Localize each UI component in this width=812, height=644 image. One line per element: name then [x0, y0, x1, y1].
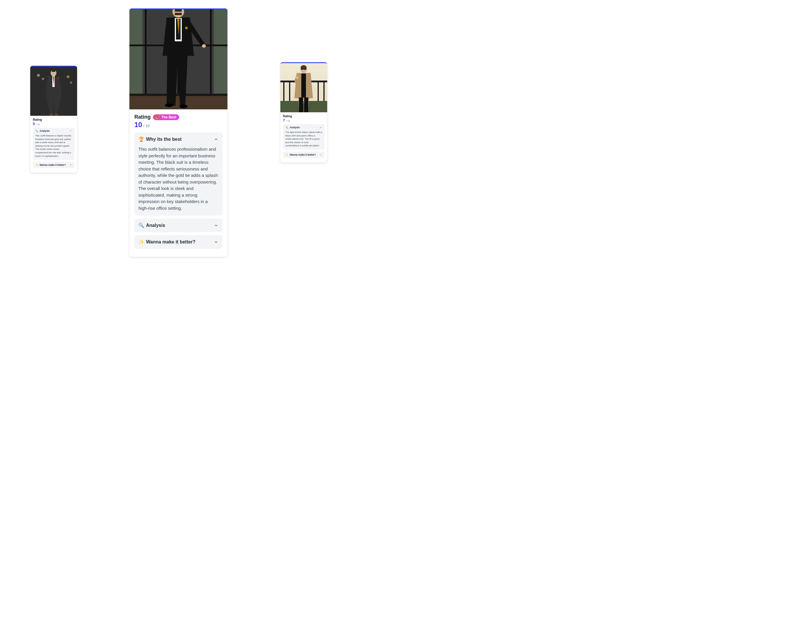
svg-rect-7	[52, 70, 55, 72]
analysis-title-text: Analysis	[40, 130, 50, 132]
svg-rect-29	[317, 82, 319, 103]
svg-point-5	[70, 81, 72, 84]
rating-row: Rating	[283, 114, 325, 118]
svg-point-3	[42, 78, 44, 80]
rating-label: Rating	[33, 118, 42, 121]
improve-panel: ✨ Wanna make it better?	[134, 235, 223, 249]
svg-point-22	[202, 44, 206, 48]
outfit-card: Rating 7 / 10 🔍 Analysis The light brown…	[280, 62, 327, 163]
score-denominator: / 10	[286, 119, 290, 122]
svg-point-33	[302, 68, 303, 70]
chevron-up-icon	[69, 130, 72, 132]
rating-row: Rating 🎉 The Best	[134, 114, 223, 120]
chevron-down-icon	[214, 240, 218, 244]
why-best-text: This outfit balances professionalism and…	[134, 146, 223, 215]
improve-toggle[interactable]: ✨ Wanna make it better?	[283, 151, 325, 158]
card-body: Rating 🎉 The Best 10 / 10 🏆 Why its the …	[130, 109, 227, 257]
magnifier-icon: 🔍	[139, 223, 144, 228]
score-denominator: / 10	[143, 124, 150, 128]
outfit-card-best: Rating 🎉 The Best 10 / 10 🏆 Why its the …	[130, 8, 227, 257]
card-body: Rating 9 / 10 🔍 Analysis This outfit fea…	[30, 116, 77, 173]
score-row: 10 / 10	[134, 121, 223, 129]
svg-point-37	[296, 76, 299, 79]
chevron-down-icon	[214, 223, 218, 228]
analysis-toggle[interactable]: 🔍 Analysis	[283, 124, 325, 131]
score-row: 9 / 10	[33, 122, 75, 126]
magnifier-icon: 🔍	[285, 126, 288, 129]
svg-rect-11	[130, 9, 142, 96]
rating-label: Rating	[134, 114, 151, 120]
rating-row: Rating	[33, 118, 75, 121]
analysis-text: This outfit features a stylish double-br…	[33, 134, 75, 160]
svg-rect-18	[130, 94, 227, 96]
svg-point-34	[304, 68, 306, 70]
improve-title: ✨ Wanna make it better?	[35, 163, 66, 166]
svg-point-2	[37, 74, 40, 77]
best-badge-text: The Best	[162, 115, 176, 119]
sparkles-icon: ✨	[139, 239, 144, 245]
improve-panel: ✨ Wanna make it better?	[283, 151, 325, 158]
svg-rect-30	[324, 82, 325, 103]
score-denominator: / 10	[36, 123, 40, 126]
svg-rect-21	[185, 27, 188, 29]
svg-rect-31	[280, 101, 327, 112]
svg-rect-28	[289, 82, 290, 103]
chevron-down-icon	[69, 163, 72, 166]
card-body: Rating 7 / 10 🔍 Analysis The light brown…	[280, 112, 327, 163]
analysis-toggle[interactable]: 🔍 Analysis	[134, 218, 223, 232]
svg-point-24	[179, 105, 188, 108]
chevron-up-icon	[319, 126, 322, 129]
analysis-title: 🔍 Analysis	[35, 130, 50, 132]
improve-title: ✨ Wanna make it better?	[285, 153, 316, 156]
trophy-icon: 🏆	[139, 136, 144, 142]
why-best-title: 🏆 Why its the best	[139, 136, 182, 142]
svg-rect-12	[214, 9, 227, 96]
svg-rect-36	[304, 98, 308, 112]
outfit-card: Rating 9 / 10 🔍 Analysis This outfit fea…	[30, 66, 77, 173]
score-value: 9	[33, 122, 35, 126]
rating-label: Rating	[283, 114, 292, 118]
analysis-panel: 🔍 Analysis This outfit features a stylis…	[33, 128, 75, 160]
score-value: 10	[134, 121, 142, 129]
svg-rect-35	[299, 98, 303, 112]
improve-panel: ✨ Wanna make it better?	[33, 162, 75, 168]
improve-title-text: Wanna make it better?	[290, 153, 316, 156]
why-best-toggle[interactable]: 🏆 Why its the best	[134, 132, 223, 146]
analysis-text: The light brown blazer paired with a bla…	[283, 131, 325, 150]
analysis-toggle[interactable]: 🔍 Analysis	[33, 128, 75, 134]
svg-point-4	[67, 75, 70, 78]
outfit-photo	[30, 67, 77, 116]
sparkles-icon: ✨	[35, 163, 38, 166]
improve-title-text: Wanna make it better?	[146, 240, 195, 245]
analysis-title-text: Analysis	[146, 223, 165, 228]
analysis-title: 🔍 Analysis	[285, 126, 300, 129]
improve-title-text: Wanna make it better?	[40, 163, 66, 166]
score-value: 7	[283, 118, 285, 122]
why-best-title-text: Why its the best	[146, 137, 182, 142]
analysis-title: 🔍 Analysis	[139, 223, 165, 228]
party-popper-icon: 🎉	[156, 115, 160, 119]
score-row: 7 / 10	[283, 118, 325, 122]
svg-point-23	[165, 104, 173, 107]
best-badge: 🎉 The Best	[153, 114, 179, 120]
improve-toggle[interactable]: ✨ Wanna make it better?	[134, 235, 223, 249]
svg-rect-20	[175, 9, 182, 12]
improve-toggle[interactable]: ✨ Wanna make it better?	[33, 162, 75, 168]
analysis-panel: 🔍 Analysis	[134, 218, 223, 232]
svg-point-8	[57, 77, 59, 79]
sparkles-icon: ✨	[285, 153, 288, 156]
magnifier-icon: 🔍	[35, 130, 38, 132]
analysis-title-text: Analysis	[290, 126, 300, 129]
analysis-panel: 🔍 Analysis The light brown blazer paired…	[283, 124, 325, 150]
outfit-photo	[280, 63, 327, 112]
outfit-photo	[130, 9, 227, 109]
svg-rect-27	[283, 82, 284, 103]
chevron-down-icon	[319, 153, 322, 156]
svg-rect-17	[130, 95, 227, 109]
chevron-up-icon	[214, 137, 218, 142]
why-best-panel: 🏆 Why its the best This outfit balances …	[134, 132, 223, 215]
improve-title: ✨ Wanna make it better?	[139, 239, 195, 245]
